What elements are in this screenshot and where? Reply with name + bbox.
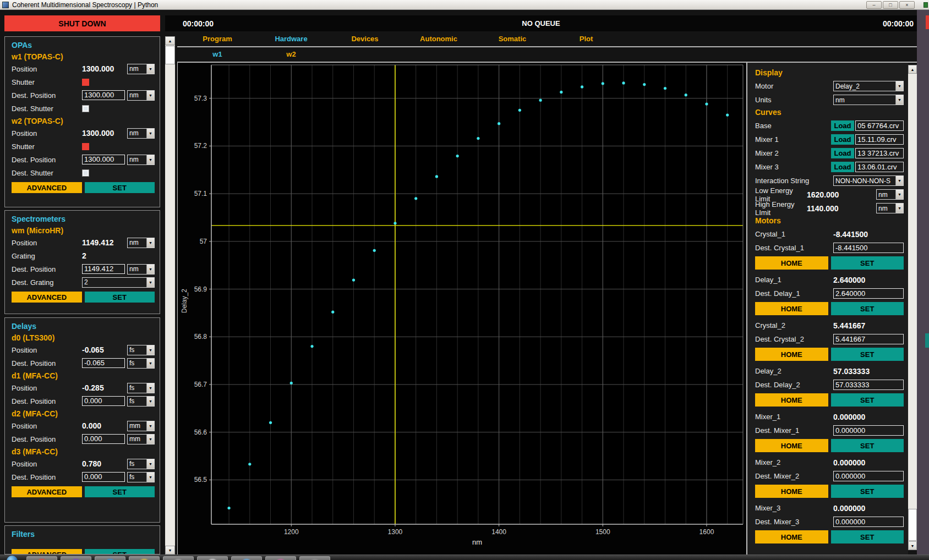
taskbar-button-app-purple[interactable] — [61, 556, 91, 560]
taskbar-button-app-gray-1[interactable] — [163, 556, 194, 560]
motor-dest-input[interactable]: 0.000000 — [833, 471, 904, 481]
chevron-down-icon[interactable]: ▼ — [146, 345, 154, 355]
set-button[interactable]: SET — [85, 292, 155, 303]
home-button[interactable]: HOME — [755, 256, 828, 270]
motor-dest-input[interactable]: 0.000000 — [833, 425, 904, 436]
tab-program[interactable]: Program — [181, 32, 254, 46]
home-button[interactable]: HOME — [755, 348, 828, 361]
taskbar-button-app-red[interactable] — [26, 556, 57, 560]
set-button[interactable]: SET — [831, 348, 904, 361]
left-scrollbar-thumb[interactable] — [165, 46, 175, 64]
chevron-down-icon[interactable]: ▼ — [895, 190, 903, 199]
home-button[interactable]: HOME — [755, 302, 828, 315]
scroll-down-icon[interactable]: ▼ — [165, 546, 175, 554]
tab-somatic[interactable]: Somatic — [476, 32, 549, 46]
shut-down-button[interactable]: SHUT DOWN — [4, 15, 160, 31]
dest-position-input[interactable]: 0.000 — [82, 396, 125, 406]
set-button[interactable]: SET — [831, 393, 904, 407]
dest-position-input[interactable]: 0.000 — [82, 434, 125, 444]
set-button[interactable]: SET — [831, 256, 904, 270]
advanced-button[interactable]: ADVANCED — [12, 549, 82, 554]
advanced-button[interactable]: ADVANCED — [12, 292, 82, 303]
interaction-string-combo[interactable]: NON-NON-NON-S ▼ — [833, 175, 904, 186]
unit-combo[interactable]: nm▼ — [127, 90, 155, 101]
left-scrollbar[interactable]: ▲ ▼ — [165, 36, 175, 554]
dest-position-input[interactable]: 0.000 — [82, 472, 125, 482]
title-bar[interactable]: Coherent Multidimensional Spectroscopy |… — [0, 0, 929, 10]
unit-combo[interactable]: fs▼ — [127, 358, 155, 369]
chevron-down-icon[interactable]: ▼ — [146, 383, 154, 393]
taskbar-button-app-indigo[interactable] — [231, 556, 262, 560]
unit-combo[interactable]: fs▼ — [127, 345, 155, 355]
chevron-down-icon[interactable]: ▼ — [146, 265, 154, 274]
shutter-indicator[interactable] — [82, 79, 89, 86]
taskbar-button-app-gray-2[interactable] — [197, 556, 228, 560]
shutter-indicator[interactable] — [82, 143, 89, 150]
set-button[interactable]: SET — [831, 530, 904, 543]
chevron-down-icon[interactable]: ▼ — [895, 204, 903, 213]
chevron-down-icon[interactable]: ▼ — [146, 64, 154, 74]
chevron-down-icon[interactable]: ▼ — [146, 459, 154, 469]
tab-plot[interactable]: Plot — [549, 32, 623, 46]
dest-position-input[interactable]: -0.065 — [82, 358, 125, 368]
set-button[interactable]: SET — [85, 182, 155, 193]
chevron-down-icon[interactable]: ▼ — [146, 238, 154, 248]
taskbar-button-app-blue[interactable] — [95, 556, 125, 560]
unit-combo[interactable]: mm▼ — [127, 421, 155, 431]
chevron-down-icon[interactable]: ▼ — [146, 359, 154, 368]
chevron-down-icon[interactable]: ▼ — [146, 421, 154, 431]
restore-button[interactable]: □ — [883, 1, 898, 9]
advanced-button[interactable]: ADVANCED — [12, 486, 82, 497]
curve-file-field[interactable]: 13 37213.crv — [855, 148, 904, 158]
taskbar[interactable] — [0, 554, 929, 560]
unit-combo[interactable]: nm▼ — [127, 155, 155, 165]
taskbar-button-app-gray-3[interactable] — [299, 556, 330, 560]
set-button[interactable]: SET — [831, 485, 904, 498]
close-button[interactable]: × — [899, 1, 915, 9]
home-button[interactable]: HOME — [755, 530, 828, 543]
start-orb[interactable] — [7, 556, 18, 560]
low-energy-unit-combo[interactable]: nm ▼ — [876, 189, 904, 200]
scroll-down-icon[interactable]: ▼ — [908, 541, 917, 550]
unit-combo[interactable]: nm▼ — [127, 64, 155, 74]
right-scrollbar[interactable]: ▲ ▼ — [908, 65, 917, 550]
units-combo[interactable]: nm ▼ — [833, 95, 904, 105]
scroll-up-icon[interactable]: ▲ — [908, 65, 917, 74]
motor-combo[interactable]: Delay_2 ▼ — [833, 81, 904, 91]
home-button[interactable]: HOME — [755, 393, 828, 407]
load-button[interactable]: Load — [831, 148, 854, 158]
load-button[interactable]: Load — [831, 120, 854, 131]
tab-autonomic[interactable]: Autonomic — [402, 32, 476, 46]
taskbar-button-app-pink[interactable] — [265, 556, 296, 560]
advanced-button[interactable]: ADVANCED — [12, 182, 82, 193]
scroll-up-icon[interactable]: ▲ — [165, 36, 175, 45]
subtab-w2[interactable]: w2 — [254, 48, 328, 61]
dest-shutter-checkbox[interactable] — [82, 169, 89, 177]
unit-combo[interactable]: fs▼ — [127, 459, 155, 469]
high-energy-unit-combo[interactable]: nm ▼ — [876, 203, 904, 213]
chevron-down-icon[interactable]: ▼ — [146, 91, 154, 100]
unit-combo[interactable]: nm▼ — [127, 238, 155, 248]
chevron-down-icon[interactable]: ▼ — [146, 278, 154, 287]
unit-combo[interactable]: nm▼ — [127, 128, 155, 139]
curve-file-field[interactable]: 15.11.09.crv — [855, 134, 904, 145]
chevron-down-icon[interactable]: ▼ — [146, 129, 154, 138]
unit-combo[interactable]: fs▼ — [127, 472, 155, 482]
chevron-down-icon[interactable]: ▼ — [146, 473, 154, 482]
dest-position-input[interactable]: 1300.000 — [82, 155, 125, 164]
curve-file-field[interactable]: 05 67764.crv — [855, 120, 904, 131]
taskbar-button-app-yellow[interactable] — [129, 556, 160, 560]
motor-dest-input[interactable]: -8.441500 — [833, 243, 904, 253]
chevron-down-icon[interactable]: ▼ — [146, 397, 154, 406]
unit-combo[interactable]: fs▼ — [127, 396, 155, 407]
dest-position-input[interactable]: 1149.412 — [82, 264, 125, 274]
tab-devices[interactable]: Devices — [328, 32, 402, 46]
set-button[interactable]: SET — [831, 302, 904, 315]
set-button[interactable]: SET — [831, 439, 904, 452]
minimize-button[interactable]: – — [866, 1, 882, 9]
dest-grating-combo[interactable]: 2▼ — [82, 277, 155, 288]
tab-hardware[interactable]: Hardware — [254, 32, 328, 46]
chevron-down-icon[interactable]: ▼ — [895, 81, 903, 91]
set-button[interactable]: SET — [85, 486, 155, 497]
chevron-down-icon[interactable]: ▼ — [895, 176, 903, 185]
